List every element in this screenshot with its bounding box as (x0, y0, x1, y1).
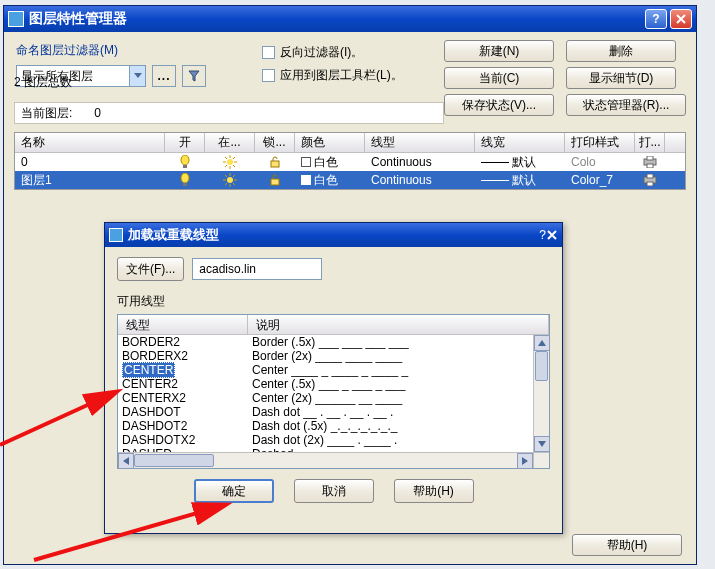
ok-button[interactable]: 确定 (194, 479, 274, 503)
dialog-icon (109, 228, 123, 242)
filter-more-button[interactable]: ... (152, 65, 176, 87)
col-color[interactable]: 颜色 (295, 133, 365, 152)
apply-toolbar-checkbox-row: 应用到图层工具栏(L)。 (262, 67, 403, 84)
dialog-titlebar-help-button[interactable]: ? (539, 228, 546, 242)
linetype-name: DASHDOTX2 (122, 433, 195, 447)
scroll-corner (533, 452, 549, 468)
col-pstyle[interactable]: 打印样式 (565, 133, 635, 152)
col-lwt[interactable]: 线宽 (475, 133, 565, 152)
svg-rect-13 (647, 156, 653, 160)
sun-icon[interactable] (205, 155, 255, 169)
color-swatch-icon (301, 157, 311, 167)
svg-line-9 (233, 157, 235, 159)
main-help-button[interactable]: 帮助(H) (572, 534, 682, 556)
current-layer-display: 当前图层: 0 (14, 102, 444, 124)
col-ltype[interactable]: 线型 (365, 133, 475, 152)
filter-options: 反向过滤器(I)。 应用到图层工具栏(L)。 (262, 44, 403, 90)
col-lock[interactable]: 锁... (255, 133, 295, 152)
list-item[interactable]: CENTER2Center (.5x) ___ _ ___ _ ___ (118, 377, 533, 391)
apply-toolbar-checkbox[interactable] (262, 69, 275, 82)
scroll-up-arrow-icon[interactable] (534, 335, 550, 351)
titlebar-close-button[interactable] (670, 9, 692, 29)
cancel-button[interactable]: 取消 (294, 479, 374, 503)
dialog-titlebar-close-button[interactable] (546, 229, 558, 241)
row-ltype[interactable]: Continuous (365, 155, 475, 169)
invert-filter-label: 反向过滤器(I)。 (280, 44, 363, 61)
row-color-cell[interactable]: 白色 (295, 172, 365, 189)
close-icon (546, 229, 558, 241)
linetype-name: DASHDOT (122, 405, 181, 419)
col-freeze[interactable]: 在... (205, 133, 255, 152)
list-item[interactable]: BORDER2Border (.5x) ___ ___ ___ ___ (118, 335, 533, 349)
set-current-button[interactable]: 当前(C) (444, 67, 554, 89)
row-ltype[interactable]: Continuous (365, 173, 475, 187)
list-item[interactable]: DASHDOTDash dot __ . __ . __ . __ . (118, 405, 533, 419)
vertical-scrollbar[interactable] (533, 335, 549, 452)
list-item[interactable]: BORDERX2Border (2x) ____ ____ ____ (118, 349, 533, 363)
current-layer-label: 当前图层: (21, 105, 72, 122)
linetype-list-body[interactable]: BORDER2Border (.5x) ___ ___ ___ ___BORDE… (118, 335, 533, 452)
linetype-desc: Dash dot (2x) ____ . ____ . (248, 433, 533, 447)
close-icon (675, 13, 687, 25)
filter-invert-icon-button[interactable] (182, 65, 206, 87)
apply-toolbar-label: 应用到图层工具栏(L)。 (280, 67, 403, 84)
list-item[interactable]: DASHDOT2Dash dot (.5x) _._._._._._._ (118, 419, 533, 433)
state-manager-button[interactable]: 状态管理器(R)... (566, 94, 686, 116)
svg-line-23 (233, 183, 235, 185)
row-name: 图层1 (15, 172, 165, 189)
svg-line-24 (233, 175, 235, 177)
linetype-desc: Center (2x) ______ __ ____ (248, 391, 533, 405)
horizontal-scrollbar[interactable] (118, 452, 533, 468)
dialog-help-button[interactable]: 帮助(H) (394, 479, 474, 503)
titlebar-help-button[interactable]: ? (645, 9, 667, 29)
lineweight-icon (481, 162, 509, 163)
dialog-title: 加载或重载线型 (128, 226, 539, 244)
list-item[interactable]: CENTERX2Center (2x) ______ __ ____ (118, 391, 533, 405)
filter-icon (187, 69, 201, 83)
col-desc[interactable]: 说明 (248, 315, 549, 334)
window-title: 图层特性管理器 (29, 10, 642, 28)
list-item[interactable]: DASHDOTX2Dash dot (2x) ____ . ____ . (118, 433, 533, 447)
table-row[interactable]: 图层1 白色 Continuous 默认 Color_7 (15, 171, 685, 189)
row-lwt[interactable]: 默认 (475, 172, 565, 189)
scroll-thumb[interactable] (134, 454, 214, 467)
lock-open-icon[interactable] (255, 155, 295, 169)
list-item[interactable]: CENTERCenter ____ _ ____ _ ____ _ (118, 363, 533, 377)
col-on[interactable]: 开 (165, 133, 205, 152)
load-linetype-dialog: 加载或重载线型 ? 文件(F)... acadiso.lin 可用线型 线型 说… (104, 222, 563, 534)
file-button[interactable]: 文件(F)... (117, 257, 184, 281)
scroll-down-arrow-icon[interactable] (534, 436, 550, 452)
lock-open-icon[interactable] (255, 173, 295, 187)
row-lwt[interactable]: 默认 (475, 154, 565, 171)
row-name: 0 (15, 155, 165, 169)
linetype-desc: Border (2x) ____ ____ ____ (248, 349, 533, 363)
linetype-desc: Center ____ _ ____ _ ____ _ (248, 363, 533, 377)
bulb-on-icon[interactable] (165, 173, 205, 187)
col-linetype[interactable]: 线型 (118, 315, 248, 334)
scroll-left-arrow-icon[interactable] (118, 453, 134, 469)
new-layer-button[interactable]: 新建(N) (444, 40, 554, 62)
save-state-button[interactable]: 保存状态(V)... (444, 94, 554, 116)
linetype-list-header: 线型 说明 (118, 315, 549, 335)
scroll-right-arrow-icon[interactable] (517, 453, 533, 469)
lineweight-icon (481, 180, 509, 181)
row-pstyle[interactable]: Color_7 (565, 173, 635, 187)
row-color-cell[interactable]: 白色 (295, 154, 365, 171)
show-details-button[interactable]: 显示细节(D) (566, 67, 676, 89)
delete-layer-button[interactable]: 删除 (566, 40, 676, 62)
svg-rect-14 (647, 164, 653, 168)
col-print[interactable]: 打... (635, 133, 665, 152)
printer-icon[interactable] (635, 174, 665, 186)
scroll-thumb[interactable] (535, 351, 548, 381)
svg-point-17 (227, 177, 233, 183)
svg-line-25 (225, 183, 227, 185)
row-pstyle[interactable]: Colo (565, 155, 635, 169)
col-name[interactable]: 名称 (15, 133, 165, 152)
table-row[interactable]: 0 白色 Continuous 默认 Colo (15, 153, 685, 171)
linetype-desc: Dash dot (.5x) _._._._._._._ (248, 419, 533, 433)
bulb-on-icon[interactable] (165, 155, 205, 169)
printer-icon[interactable] (635, 156, 665, 168)
invert-filter-checkbox[interactable] (262, 46, 275, 59)
sun-icon[interactable] (205, 173, 255, 187)
svg-rect-1 (183, 165, 187, 168)
